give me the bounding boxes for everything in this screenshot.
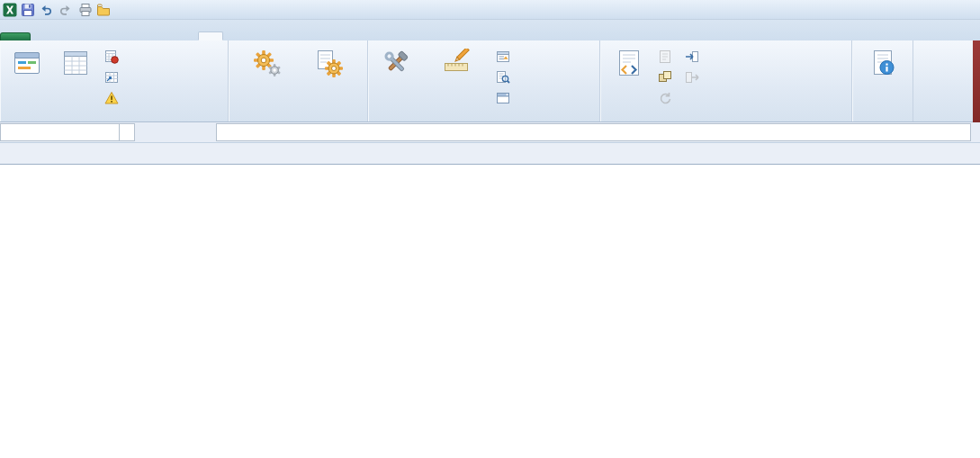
visual-basic-icon — [13, 49, 41, 77]
tab-home[interactable] — [34, 33, 58, 40]
refresh-data-button — [658, 91, 676, 105]
macros-button[interactable] — [50, 46, 101, 80]
design-mode-icon — [442, 49, 471, 77]
tab-file[interactable] — [0, 32, 31, 40]
view-code-icon — [496, 70, 510, 85]
title-bar — [0, 0, 980, 20]
document-panel-icon — [868, 49, 897, 77]
ribbon-group-addins — [229, 40, 368, 121]
expansion-packs-button[interactable] — [658, 70, 676, 85]
spreadsheet-grid — [0, 165, 980, 458]
record-macro-button[interactable] — [104, 49, 122, 64]
document-panel-button[interactable] — [855, 46, 911, 80]
tab-data[interactable] — [128, 33, 151, 40]
import-button[interactable] — [685, 49, 703, 64]
ribbon-group-code — [0, 40, 229, 121]
view-code-button[interactable] — [496, 70, 514, 85]
expansion-packs-icon — [658, 70, 672, 85]
name-box[interactable] — [0, 123, 120, 141]
map-properties-button — [658, 49, 676, 64]
show-window-button[interactable] — [496, 91, 514, 105]
tab-developer[interactable] — [198, 31, 223, 40]
save-icon[interactable] — [21, 3, 35, 17]
properties-icon — [496, 49, 510, 64]
tab-formulas[interactable] — [104, 33, 128, 40]
ribbon-group-xml — [600, 40, 852, 121]
import-icon — [685, 49, 699, 64]
refresh-data-icon — [658, 91, 672, 105]
macro-security-button[interactable] — [104, 91, 122, 105]
properties-button[interactable] — [496, 49, 514, 64]
ribbon-tab-row — [0, 20, 980, 40]
macros-icon — [61, 49, 90, 77]
relative-references-icon — [104, 70, 119, 85]
show-window-icon — [496, 91, 510, 105]
xml-source-icon — [615, 49, 643, 77]
open-folder-icon[interactable] — [96, 3, 111, 17]
visual-basic-button[interactable] — [4, 46, 50, 80]
tab-page-layout[interactable] — [81, 33, 104, 40]
macro-security-icon — [104, 91, 119, 105]
addins-icon — [252, 49, 281, 77]
record-macro-icon — [104, 49, 119, 64]
tab-view[interactable] — [175, 33, 198, 40]
formula-input[interactable] — [216, 123, 971, 141]
ribbon-developer — [0, 40, 980, 122]
formula-bar-extension — [0, 143, 980, 165]
relative-references-button[interactable] — [104, 70, 122, 85]
insert-controls-icon — [382, 49, 410, 77]
com-addins-icon — [314, 49, 343, 77]
map-properties-icon — [658, 49, 672, 64]
excel-window — [0, 0, 980, 458]
addins-button[interactable] — [237, 46, 296, 80]
ribbon-group-controls — [368, 40, 600, 121]
com-addins-button[interactable] — [296, 46, 361, 80]
redo-icon — [58, 3, 73, 17]
tab-insert[interactable] — [58, 33, 81, 40]
insert-controls-button[interactable] — [372, 46, 420, 82]
print-icon[interactable] — [78, 3, 93, 17]
formula-bar — [0, 122, 980, 143]
ribbon-group-modify — [852, 40, 913, 121]
export-button — [685, 70, 703, 85]
export-icon — [685, 70, 699, 85]
tab-review[interactable] — [151, 33, 175, 40]
excel-logo-icon[interactable] — [3, 3, 17, 17]
design-mode-button[interactable] — [420, 46, 492, 80]
xml-source-button[interactable] — [604, 46, 654, 80]
name-box-dropdown-icon[interactable] — [120, 123, 135, 141]
undo-icon[interactable] — [39, 3, 53, 17]
insert-function-button[interactable] — [187, 122, 214, 142]
